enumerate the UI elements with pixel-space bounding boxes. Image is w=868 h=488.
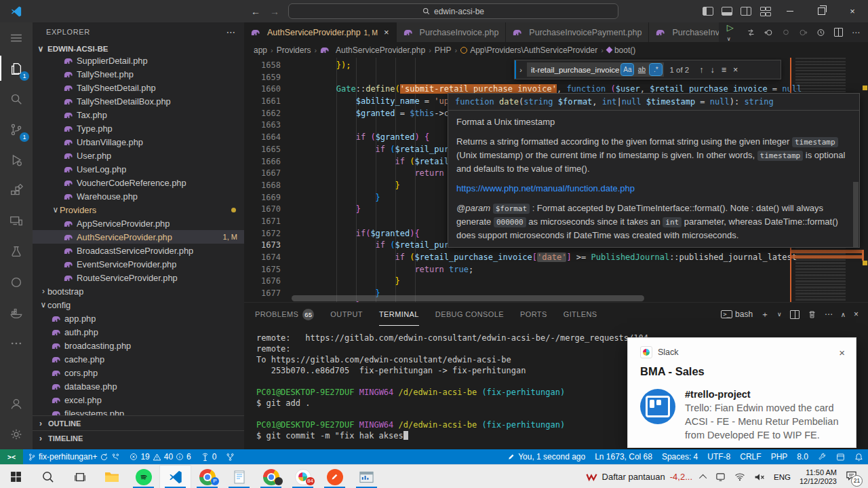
slack-taskbar-icon[interactable]: 84 <box>287 465 319 488</box>
account-icon[interactable] <box>0 388 33 419</box>
source-control-icon[interactable]: 1 <box>0 114 33 145</box>
tree-item[interactable]: VoucherCodeReference.php <box>33 176 244 189</box>
gitlens-icon[interactable] <box>111 453 120 462</box>
tree-item[interactable]: ∨config <box>33 298 244 312</box>
volume-muted-icon[interactable] <box>754 472 765 482</box>
tree-item[interactable]: ›bootstrap <box>33 284 244 298</box>
close-panel-icon[interactable]: × <box>854 309 859 319</box>
cursor-position[interactable]: Ln 1673, Col 68 <box>590 449 657 464</box>
panel-more-icon[interactable]: ⋯ <box>825 309 833 319</box>
tree-item[interactable]: Warehouse.php <box>33 189 244 203</box>
tree-item[interactable]: app.php <box>33 312 244 325</box>
maximize-panel-icon[interactable]: ∧ <box>841 311 846 318</box>
close-tab-icon[interactable]: × <box>384 27 389 37</box>
command-center-search[interactable]: edwin-acsi-be <box>288 3 618 19</box>
docker-icon[interactable] <box>0 297 33 328</box>
circle-extension-icon[interactable] <box>0 267 33 297</box>
tree-item[interactable]: ∨Providers <box>33 203 244 217</box>
notification-toast[interactable]: Slack × BMA - Sales #trello-project Trel… <box>627 337 856 448</box>
settings-gear-icon[interactable] <box>0 419 33 449</box>
tree-item[interactable]: TallySheet.php <box>33 67 244 81</box>
spotify-icon[interactable] <box>127 465 159 488</box>
tree-item[interactable]: Type.php <box>33 121 244 135</box>
panel-tab-output[interactable]: OUTPUT <box>330 303 363 326</box>
more-views-icon[interactable] <box>0 328 33 358</box>
commit-info[interactable]: You, 1 second ago <box>502 449 590 464</box>
vscode-taskbar-icon[interactable] <box>159 465 191 488</box>
panel-tab-problems[interactable]: PROBLEMS65 <box>255 303 314 326</box>
testing-icon[interactable] <box>0 236 33 267</box>
code-line[interactable]: 1674 if ($retail_purchase_invoice['date'… <box>244 252 790 264</box>
tree-item[interactable]: RouteServiceProvider.php <box>33 271 244 284</box>
action-center[interactable]: 21 <box>846 470 863 484</box>
menu-icon[interactable] <box>0 22 33 53</box>
find-in-selection-icon[interactable]: ≡ <box>722 65 726 75</box>
code-line[interactable]: 1676 } <box>244 276 790 288</box>
terminal-dropdown-icon[interactable]: ∨ <box>777 311 782 318</box>
panel-tab-terminal[interactable]: TERMINAL <box>379 303 419 326</box>
explorer-more-icon[interactable]: ⋯ <box>226 26 236 37</box>
run-debug-icon[interactable] <box>0 145 33 175</box>
problems-indicator[interactable]: 19 40 6 <box>125 449 195 464</box>
whole-word-toggle[interactable]: ab <box>635 64 648 75</box>
tree-item[interactable]: UrbanVillage.php <box>33 135 244 149</box>
news-widget[interactable]: Daftar pantauan -4,2... <box>586 472 692 482</box>
breadcrumb-item[interactable]: app <box>254 45 267 55</box>
tree-item[interactable]: BroadcastServiceProvider.php <box>33 244 244 257</box>
timeline-clock-icon[interactable] <box>816 28 825 37</box>
tower-indicator[interactable]: 0 <box>196 449 222 464</box>
taskbar-clock[interactable]: 11:50 AM 12/12/2023 <box>800 468 837 486</box>
file-explorer-icon[interactable] <box>96 465 127 488</box>
chrome-profile1-icon[interactable]: P <box>191 465 223 488</box>
breadcrumb-item[interactable]: App\Providers\AuthServiceProvider <box>460 45 597 55</box>
task-view-icon[interactable] <box>64 465 96 488</box>
tree-item[interactable]: broadcasting.php <box>33 339 244 352</box>
back-circle-icon[interactable] <box>764 28 773 37</box>
breadcrumb-item[interactable]: PHP <box>435 45 452 55</box>
tree-item[interactable]: database.php <box>33 379 244 393</box>
outline-section[interactable]: › OUTLINE <box>33 415 244 430</box>
toggle-sidebar-icon[interactable] <box>698 0 717 22</box>
tree-item[interactable]: UserLog.php <box>33 162 244 176</box>
split-terminal-icon[interactable] <box>790 310 800 319</box>
encoding[interactable]: UTF-8 <box>703 449 735 464</box>
breadcrumb-item[interactable]: AuthServiceProvider.php <box>320 45 425 55</box>
notification-close-icon[interactable]: × <box>839 347 845 358</box>
code-editor[interactable]: 1658 });16591660 Gate::define('submit-re… <box>244 58 868 302</box>
nav-back-icon[interactable]: ← <box>251 6 260 17</box>
tree-item[interactable]: AppServiceProvider.php <box>33 217 244 230</box>
fork-indicator[interactable] <box>221 449 239 464</box>
more-actions-icon[interactable]: ⋯ <box>852 28 860 37</box>
indentation[interactable]: Spaces: 4 <box>657 449 703 464</box>
panel-tab-gitlens[interactable]: GITLENS <box>564 303 597 326</box>
forward-circle-icon[interactable] <box>799 28 808 37</box>
horizontal-scrollbar[interactable] <box>292 295 644 301</box>
feedback-icon[interactable] <box>831 449 850 464</box>
hover-scrollbar[interactable] <box>853 182 859 248</box>
tray-app-icon[interactable] <box>715 472 726 482</box>
sync-icon[interactable] <box>100 453 108 462</box>
eol-sequence[interactable]: CRLF <box>735 449 766 464</box>
editor-tab[interactable]: PurchaseInvoicePayment.php <box>506 22 649 42</box>
window-minimize-button[interactable] <box>774 0 806 22</box>
start-button[interactable] <box>0 465 32 488</box>
breadcrumb-item[interactable]: boot() <box>607 45 635 55</box>
kill-terminal-icon[interactable] <box>808 310 816 319</box>
tree-item[interactable]: excel.php <box>33 393 244 407</box>
run-code-icon[interactable]: ▷ ∨ <box>727 22 738 43</box>
editor-tab[interactable]: PurchaseInvoic <box>649 22 718 42</box>
find-expand-icon[interactable]: › <box>515 60 526 79</box>
tree-item[interactable]: auth.php <box>33 325 244 339</box>
new-terminal-icon[interactable]: ＋ <box>761 309 769 320</box>
tree-item[interactable]: filesystems.php <box>33 407 244 415</box>
hover-link[interactable]: https://www.php.net/manual/function.date… <box>456 182 851 195</box>
editor-tab[interactable]: AuthServiceProvider.php1, M× <box>244 22 397 42</box>
search-icon[interactable] <box>0 83 33 114</box>
tree-item[interactable]: TallySheetDetail.php <box>33 81 244 94</box>
nav-forward-icon[interactable]: → <box>270 6 279 17</box>
toggle-panel-icon[interactable] <box>717 0 736 22</box>
language-mode[interactable]: PHP <box>766 449 793 464</box>
tree-item[interactable]: AuthServiceProvider.php1, M <box>33 230 244 244</box>
circle-outline-icon[interactable] <box>782 28 790 37</box>
customize-layout-icon[interactable] <box>755 0 774 22</box>
